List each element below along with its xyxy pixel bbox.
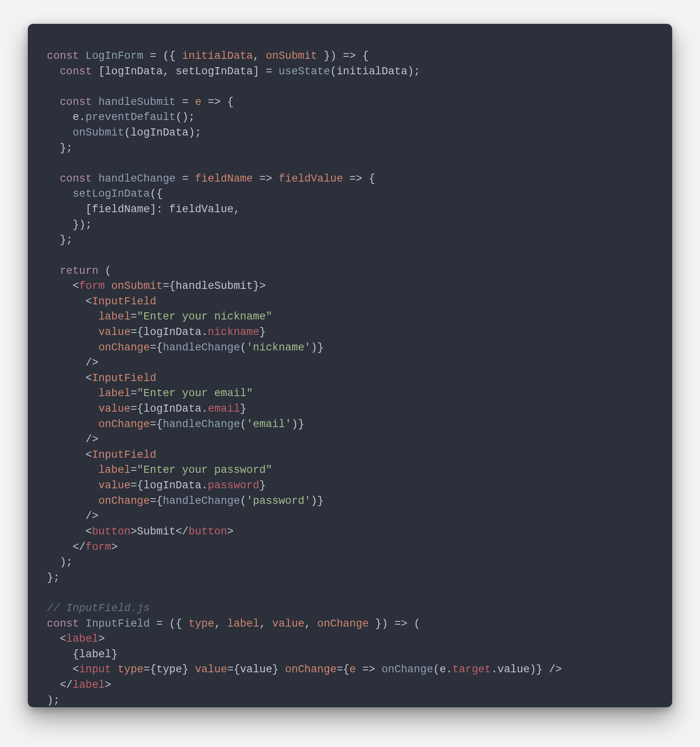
code-line: {label}: [47, 648, 118, 660]
code-line: [fieldName]: fieldValue,: [47, 203, 240, 215]
code-line: label="Enter your nickname": [47, 311, 272, 323]
code-block: const LogInForm = ({ initialData, onSubm…: [47, 48, 653, 707]
code-line: onChange={handleChange('email')}: [47, 418, 304, 430]
code-line: <InputField: [47, 296, 156, 308]
code-line: <label>: [47, 633, 105, 645]
code-line: <InputField: [47, 449, 156, 461]
code-line: <button>Submit</button>: [47, 526, 234, 538]
code-line: value={logInData.password}: [47, 480, 266, 492]
code-line: <input type={type} value={value} onChang…: [47, 664, 562, 675]
code-line: e.preventDefault();: [47, 111, 195, 123]
code-line: />: [47, 357, 99, 369]
code-line: setLogInData({: [47, 188, 163, 200]
code-line: value={logInData.email}: [47, 403, 246, 415]
code-line: const handleChange = fieldName => fieldV…: [47, 173, 375, 185]
code-line: </label>: [47, 679, 111, 691]
code-line: // InputField.js: [47, 602, 150, 614]
page-background: const LogInForm = ({ initialData, onSubm…: [0, 0, 700, 747]
code-line: label="Enter your email": [47, 387, 253, 399]
code-line: const LogInForm = ({ initialData, onSubm…: [47, 50, 369, 62]
code-line: );: [47, 556, 73, 568]
code-line: onChange={handleChange('password')}: [47, 495, 324, 507]
code-line: const InputField = ({ type, label, value…: [47, 618, 420, 630]
code-line: const [logInData, setLogInData] = useSta…: [47, 66, 420, 77]
code-line: />: [47, 433, 99, 445]
code-line: />: [47, 510, 99, 522]
code-line: });: [47, 219, 92, 231]
code-line: label="Enter your password": [47, 464, 272, 476]
code-line: const handleSubmit = e => {: [47, 96, 234, 108]
code-line: </form>: [47, 541, 118, 553]
code-line: return (: [47, 265, 111, 277]
code-line: };: [47, 142, 73, 154]
code-line: };: [47, 572, 60, 584]
code-line: onChange={handleChange('nickname')}: [47, 342, 324, 354]
code-line: );: [47, 695, 60, 706]
code-line: <form onSubmit={handleSubmit}>: [47, 280, 266, 292]
code-line: onSubmit(logInData);: [47, 127, 201, 139]
code-line: };: [47, 234, 73, 246]
code-line: <InputField: [47, 372, 156, 384]
code-line: value={logInData.nickname}: [47, 326, 266, 338]
code-card: const LogInForm = ({ initialData, onSubm…: [28, 24, 672, 707]
